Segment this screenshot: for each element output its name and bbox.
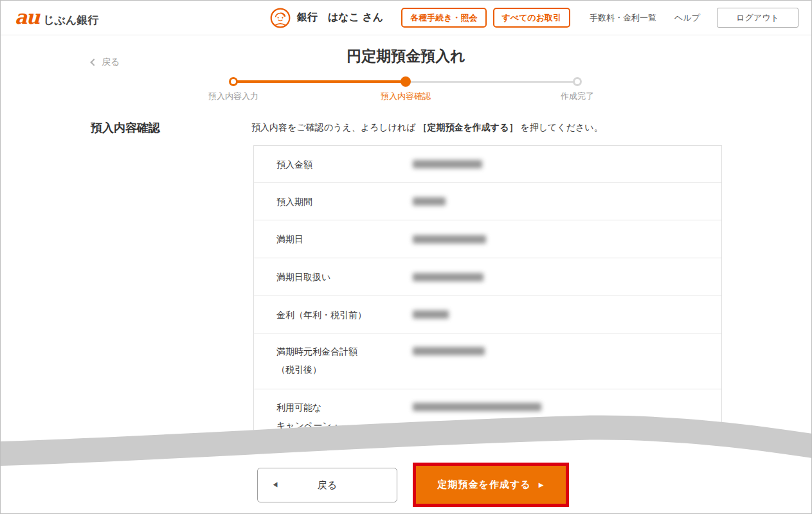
- masked-value: [413, 160, 482, 168]
- user-block: 銀行 はなこ さん: [270, 8, 383, 28]
- table-row: 満期時元利金合計額（税引後）: [254, 333, 721, 389]
- instruction-bold: ［定期預金を作成する］: [419, 122, 518, 132]
- masked-value: [413, 197, 446, 206]
- create-deposit-label: 定期預金を作成する: [438, 479, 531, 491]
- highlight-box: 定期預金を作成する ▶: [413, 463, 569, 507]
- masked-value: [413, 347, 485, 355]
- instruction-suffix: を押してください。: [518, 122, 602, 132]
- row-label: 預入金額: [276, 159, 312, 170]
- step-dot-confirm: [401, 76, 411, 87]
- stepper-line-upcoming: [406, 81, 577, 83]
- row-label: 満期日: [276, 234, 303, 244]
- step-label-complete: 作成完了: [526, 91, 629, 102]
- fees-rates-link[interactable]: 手数料・金利一覧: [590, 12, 656, 24]
- confirmation-table: 預入金額 預入期間 満期日 満期日取扱い 金利（年利・税引前） 満期時元利金合計…: [253, 145, 722, 461]
- masked-value: [413, 310, 449, 319]
- table-row: 金利（年利・税引前）: [254, 296, 721, 333]
- arrow-left-icon: ◀: [272, 481, 278, 490]
- table-row: 預入期間: [254, 183, 721, 220]
- au-logo-text: au: [15, 8, 39, 27]
- back-button-label: 戻る: [318, 479, 337, 492]
- instruction-prefix: 預入内容をご確認のうえ、よろしければ: [251, 122, 419, 132]
- person-avatar-icon: [270, 8, 291, 28]
- section-heading: 預入内容確認: [91, 120, 160, 136]
- step-dot-input: [229, 77, 238, 86]
- logout-button[interactable]: ログアウト: [717, 8, 798, 28]
- bank-name: じぶん銀行: [43, 13, 98, 28]
- table-row: 預入金額: [254, 146, 721, 183]
- user-name: 銀行 はなこ さん: [297, 11, 383, 24]
- arrow-right-icon: ▶: [539, 481, 545, 488]
- stepper-line-active: [233, 80, 406, 83]
- bank-logo[interactable]: au じぶん銀行: [15, 8, 98, 28]
- step-dot-complete: [573, 77, 582, 86]
- help-link[interactable]: ヘルプ: [674, 12, 700, 24]
- create-deposit-button[interactable]: 定期預金を作成する ▶: [416, 466, 566, 504]
- table-row: 利用可能なキャンペーン・: [254, 389, 721, 460]
- row-label: 預入期間: [276, 197, 312, 207]
- row-label: 利用可能な: [276, 402, 321, 412]
- procedures-inquiry-button[interactable]: 各種手続き・照会: [401, 8, 486, 28]
- header: au じぶん銀行 銀行 はなこ さん 各種手続き・照会 すべてのお取引 手数料・…: [1, 1, 811, 35]
- row-label: 満期日取扱い: [276, 272, 330, 282]
- table-row: 満期日取扱い: [254, 258, 721, 296]
- back-button[interactable]: ◀ 戻る: [257, 468, 397, 502]
- page: au じぶん銀行 銀行 はなこ さん 各種手続き・照会 すべてのお取引 手数料・…: [0, 0, 812, 514]
- masked-value: [413, 403, 541, 411]
- row-label: 満期時元利金合計額: [276, 346, 357, 357]
- step-label-input: 預入内容入力: [182, 91, 285, 102]
- instruction-text: 預入内容をご確認のうえ、よろしければ ［定期預金を作成する］ を押してください。: [251, 122, 603, 134]
- row-label: 金利（年利・税引前）: [276, 310, 366, 320]
- masked-value: [413, 235, 486, 244]
- all-transactions-button[interactable]: すべてのお取引: [493, 8, 571, 28]
- table-row: 満期日: [254, 220, 721, 258]
- step-label-confirm: 預入内容確認: [354, 91, 457, 102]
- masked-value: [413, 273, 483, 281]
- page-title: 円定期預金預入れ: [1, 46, 811, 66]
